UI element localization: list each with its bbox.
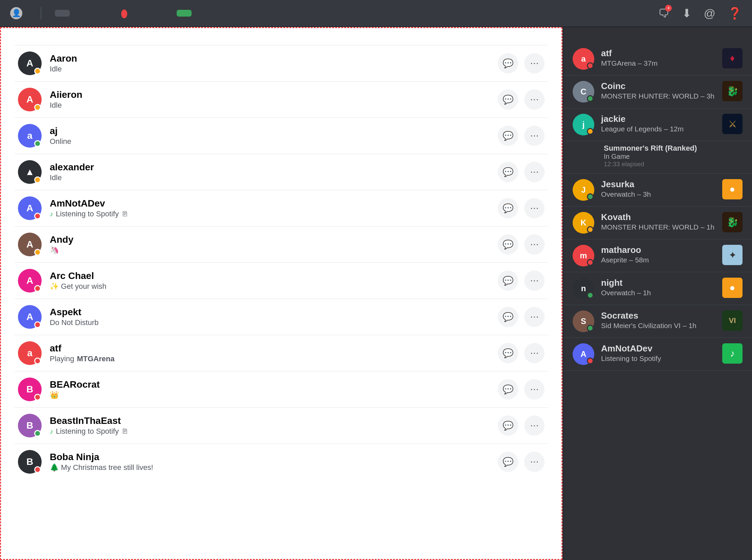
more-button[interactable]: ⋯ xyxy=(524,234,545,255)
chat-button[interactable]: 💬 xyxy=(498,452,518,472)
game-icon: ● xyxy=(722,278,743,298)
avatar-wrap: A xyxy=(18,269,42,293)
friend-row[interactable]: A AmNotADev ♪ Listening to Spotify 🖹 💬 ⋯ xyxy=(15,190,548,226)
active-item[interactable]: J Jesurka Overwatch – 3h ● xyxy=(563,174,752,206)
at-icon[interactable]: @ xyxy=(704,7,715,20)
active-name: atf xyxy=(601,48,715,59)
friend-row[interactable]: A Aiieron Idle 💬 ⋯ xyxy=(15,81,548,118)
active-game: Aseprite – 58m xyxy=(601,256,715,264)
friend-info: Aspekt Do Not Disturb xyxy=(50,307,490,327)
chat-button[interactable]: 💬 xyxy=(498,126,518,146)
chat-button[interactable]: 💬 xyxy=(498,198,518,218)
friend-actions: 💬 ⋯ xyxy=(498,307,545,327)
friend-row[interactable]: A Andy 🦄 💬 ⋯ xyxy=(15,226,548,262)
note-icon: 🖹 xyxy=(122,210,128,218)
friend-info: alexander Idle xyxy=(50,162,490,182)
chat-button[interactable]: 💬 xyxy=(498,416,518,436)
friend-name: alexander xyxy=(50,162,490,173)
status-dot xyxy=(587,128,594,135)
status-dot xyxy=(34,358,41,364)
tab-blocked[interactable] xyxy=(148,10,163,17)
game-icon: 🐉 xyxy=(722,212,743,232)
friend-row[interactable]: B BEARocrat 👑 💬 ⋯ xyxy=(15,371,548,407)
chat-button[interactable]: 💬 xyxy=(498,53,518,74)
game-icon: ♦ xyxy=(722,48,743,68)
more-button[interactable]: ⋯ xyxy=(524,271,545,291)
more-button[interactable]: ⋯ xyxy=(524,89,545,110)
chat-button[interactable]: 💬 xyxy=(498,379,518,400)
friend-row[interactable]: B BeastInThaEast ♪ Listening to Spotify … xyxy=(15,407,548,443)
active-item[interactable]: K Kovath MONSTER HUNTER: WORLD – 1h 🐉 xyxy=(563,206,752,239)
active-info: night Overwatch – 1h xyxy=(601,278,715,297)
active-item[interactable]: n night Overwatch – 1h ● xyxy=(563,272,752,305)
more-button[interactable]: ⋯ xyxy=(524,416,545,436)
active-item[interactable]: C Coinc MONSTER HUNTER: WORLD – 3h 🐉 xyxy=(563,76,752,108)
active-game: MONSTER HUNTER: WORLD – 3h xyxy=(601,92,715,100)
friend-info: Aaron Idle xyxy=(50,53,490,74)
chat-button[interactable]: 💬 xyxy=(498,89,518,110)
friends-section-label: 👤 xyxy=(10,7,27,19)
avatar-wrap: A xyxy=(18,88,42,112)
chat-button[interactable]: 💬 xyxy=(498,271,518,291)
avatar-wrap: A xyxy=(18,233,42,256)
friend-status: Idle xyxy=(50,173,490,182)
status-dot xyxy=(34,104,41,111)
help-icon[interactable]: ❓ xyxy=(728,6,742,20)
active-game: Overwatch – 3h xyxy=(601,190,715,198)
chat-button[interactable]: 💬 xyxy=(498,234,518,255)
more-button[interactable]: ⋯ xyxy=(524,53,545,74)
friend-info: Boba Ninja 🌲 My Christmas tree still liv… xyxy=(50,452,490,472)
active-avatar: m xyxy=(573,245,594,266)
active-info: jackie League of Legends – 12m xyxy=(601,114,715,133)
active-item[interactable]: j jackie League of Legends – 12m ⚔ xyxy=(563,108,752,141)
active-game: League of Legends – 12m xyxy=(601,125,715,133)
friends-list: A Aaron Idle 💬 ⋯ A Aiieron Idle 💬 ⋯ a xyxy=(15,45,548,480)
active-name: Coinc xyxy=(601,81,715,92)
more-button[interactable]: ⋯ xyxy=(524,307,545,327)
chat-button[interactable]: 💬 xyxy=(498,343,518,363)
active-item[interactable]: A AmNotADev Listening to Spotify ♪ xyxy=(563,338,752,371)
more-button[interactable]: ⋯ xyxy=(524,126,545,146)
active-info: AmNotADev Listening to Spotify xyxy=(601,343,715,363)
friend-actions: 💬 ⋯ xyxy=(498,89,545,110)
friend-row[interactable]: A Aspekt Do Not Disturb 💬 ⋯ xyxy=(15,299,548,335)
more-button[interactable]: ⋯ xyxy=(524,198,545,218)
status-dot xyxy=(587,292,594,299)
tab-pending[interactable] xyxy=(112,5,135,22)
friend-status: Idle xyxy=(50,101,490,110)
friend-actions: 💬 ⋯ xyxy=(498,343,545,363)
friend-actions: 💬 ⋯ xyxy=(498,416,545,436)
chat-button[interactable]: 💬 xyxy=(498,307,518,327)
active-item[interactable]: S Socrates Sid Meier's Civilization VI –… xyxy=(563,305,752,338)
tab-all[interactable] xyxy=(83,10,98,17)
friend-name: Aiieron xyxy=(50,89,490,100)
sub-item-elapsed: 12:33 elapsed xyxy=(604,160,743,168)
more-button[interactable]: ⋯ xyxy=(524,379,545,400)
nav-right-icons: 🗨 + ⬇ @ ❓ xyxy=(658,6,742,20)
active-avatar: S xyxy=(573,311,594,332)
friend-row[interactable]: a atf Playing MTGArena 💬 ⋯ xyxy=(15,335,548,371)
friend-row[interactable]: A Aaron Idle 💬 ⋯ xyxy=(15,45,548,81)
more-button[interactable]: ⋯ xyxy=(524,343,545,363)
avatar-wrap: a xyxy=(18,124,42,147)
more-button[interactable]: ⋯ xyxy=(524,452,545,472)
more-button[interactable]: ⋯ xyxy=(524,162,545,182)
game-icon: ♪ xyxy=(722,343,743,364)
tab-online[interactable] xyxy=(55,10,70,17)
active-item[interactable]: a atf MTGArena – 37m ♦ xyxy=(563,43,752,76)
download-icon[interactable]: ⬇ xyxy=(682,6,691,20)
friends-panel: A Aaron Idle 💬 ⋯ A Aiieron Idle 💬 ⋯ a xyxy=(0,27,563,560)
friend-row[interactable]: A Arc Chael ✨ Get your wish 💬 ⋯ xyxy=(15,262,548,299)
chat-button[interactable]: 💬 xyxy=(498,162,518,182)
friend-info: aj Online xyxy=(50,126,490,146)
friend-row[interactable]: ▲ alexander Idle 💬 ⋯ xyxy=(15,154,548,190)
friend-row[interactable]: B Boba Ninja 🌲 My Christmas tree still l… xyxy=(15,443,548,480)
friend-row[interactable]: a aj Online 💬 ⋯ xyxy=(15,118,548,154)
active-game: Overwatch – 1h xyxy=(601,289,715,297)
friend-actions: 💬 ⋯ xyxy=(498,234,545,255)
active-item[interactable]: m matharoo Aseprite – 58m ✦ xyxy=(563,239,752,272)
add-friend-button[interactable] xyxy=(177,10,191,17)
message-plus-icon[interactable]: 🗨 + xyxy=(658,7,670,20)
status-dot xyxy=(587,95,594,102)
active-avatar: J xyxy=(573,179,594,201)
